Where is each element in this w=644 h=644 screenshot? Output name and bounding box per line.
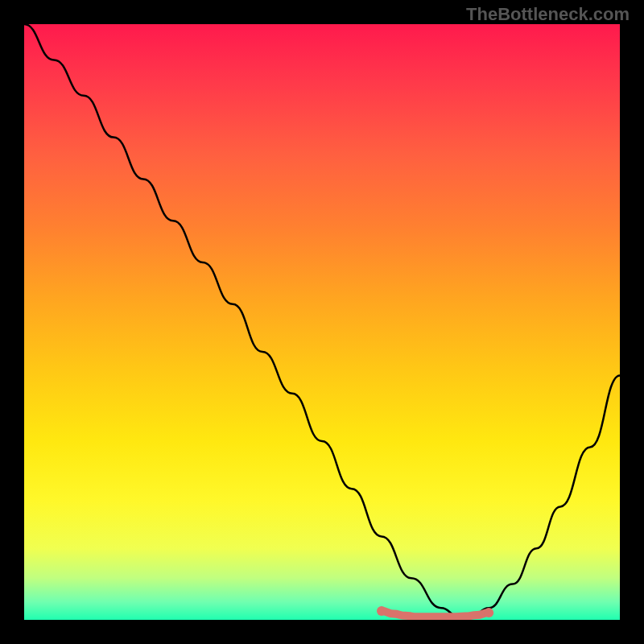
svg-point-1 (484, 608, 493, 617)
plot-area (24, 24, 620, 620)
chart-container: TheBottleneck.com (0, 0, 644, 644)
curve-svg (24, 24, 620, 620)
watermark-text: TheBottleneck.com (466, 4, 630, 25)
optimal-zone-marker (377, 606, 493, 617)
bottleneck-curve (24, 24, 620, 617)
svg-point-0 (377, 606, 386, 616)
